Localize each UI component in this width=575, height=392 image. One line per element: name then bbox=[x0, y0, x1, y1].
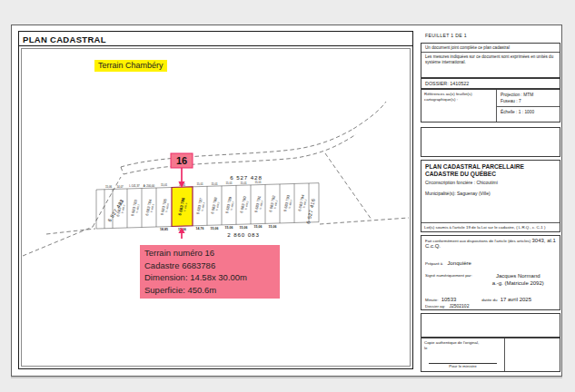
parcel-top-dimension: L:141,37 bbox=[129, 184, 140, 188]
notes-empty-box bbox=[421, 313, 560, 338]
site-highlight-label: Terrain Chambéry bbox=[94, 60, 167, 72]
authentic-copy-cell: Copie authentique de l'original, le Pour… bbox=[421, 338, 505, 371]
parcel-bottom-dimension: 14,76 bbox=[196, 227, 204, 230]
authentic-copy-empty-cell bbox=[505, 338, 560, 371]
prepared-at-row: Préparé à Jonquière bbox=[425, 260, 556, 266]
sheet-number: FEUILLET 1 DE 1 bbox=[425, 33, 467, 38]
parcel-strips: 6 683 782S: 450,26 683 783S: 450,26 683 … bbox=[96, 181, 319, 231]
terrain-cadastre: Cadastre 6683786 bbox=[144, 260, 275, 272]
references-label: Références au(x) feuillet(s) cartographi… bbox=[421, 90, 497, 122]
signed-by-row: Signé numériquement par: Jacques Normand… bbox=[425, 273, 556, 287]
parcel-bottom-dimension: 15,06 bbox=[254, 225, 263, 229]
parcel-top-dimension: 14,07 bbox=[116, 185, 124, 189]
signer-title: a.-g. (Matricule 2092) bbox=[492, 280, 544, 288]
echelle-value: Échelle : 1 : 1000 bbox=[497, 107, 560, 122]
authentic-copy-box: Copie authentique de l'original, le Pour… bbox=[421, 338, 560, 372]
page-title: PLAN CADASTRAL bbox=[19, 32, 412, 46]
viewer-background: PLAN CADASTRAL 6 527 428 2 860 083 bbox=[0, 0, 575, 392]
parcel-top-dimension: 15,01 bbox=[196, 182, 203, 186]
cartographic-references-box: Références au(x) feuillet(s) cartographi… bbox=[421, 89, 560, 122]
dossier-ag-label: Dossier ag: bbox=[425, 304, 445, 309]
dossier-ag-value: J2502102 bbox=[449, 303, 469, 309]
parcel-bottom-dimension: 15,06 bbox=[211, 227, 219, 230]
drawing-frame: PLAN CADASTRAL 6 527 428 2 860 083 bbox=[18, 31, 413, 369]
lot-2860083-label: 2 860 083 bbox=[227, 231, 260, 238]
plan-identification-box: PLAN CADASTRAL PARCELLAIRE CADASTRE DU Q… bbox=[421, 160, 560, 232]
municipalite-row: Municipalité(s): Saguenay (Ville) bbox=[425, 191, 556, 196]
parcel-top-dimension: 15,01 bbox=[161, 183, 168, 187]
plan-parcellaire-title: PLAN CADASTRAL PARCELLAIRE bbox=[425, 163, 556, 171]
lot-6527428-label: 6 527 428 bbox=[230, 174, 263, 181]
cadastral-plan-page: PLAN CADASTRAL 6 527 428 2 860 083 bbox=[11, 24, 562, 377]
boundary-dashed-lines bbox=[23, 102, 409, 256]
parcel-bottom-dimension: 15,06 bbox=[225, 226, 233, 230]
lots-article-note: Lot(s) soumis à l'article 19 de la Loi s… bbox=[421, 222, 560, 231]
fuseau-value: Fuseau : 7 bbox=[501, 98, 556, 104]
terrain-info-box: Terrain numéro 16 Cadastre 6683786 Dimen… bbox=[140, 245, 280, 299]
cadastral-map: 6 527 428 2 860 083 6 527 423 6 527 416 … bbox=[19, 46, 414, 370]
parcel-bottom-dimension: 18,85 bbox=[160, 228, 168, 231]
circonscription-label: Circonscription foncière : bbox=[425, 180, 475, 185]
circonscription-row: Circonscription foncière : Chicoutimi bbox=[425, 180, 556, 185]
dossier-ag-row: Dossier ag: J2502102 bbox=[425, 303, 556, 309]
dossier-value: 1410522 bbox=[450, 81, 469, 86]
note-joint-document: Un document joint complète ce plan cadas… bbox=[421, 44, 560, 53]
parcel-bottom-edge bbox=[96, 222, 319, 229]
signed-by-label: Signé numériquement par: bbox=[425, 273, 472, 287]
minute-value: 10533 bbox=[441, 297, 457, 302]
parcel-bottom-dimension: 15,06 bbox=[269, 225, 277, 229]
minute-date-row: Minute: 10533 datée du 17 avril 2025 bbox=[425, 297, 556, 302]
parcel-top-dimension: A: 200,00 bbox=[144, 184, 155, 188]
cadastre-quebec-title: CADASTRE DU QUÉBEC bbox=[425, 171, 556, 178]
parcel-bottom-dimension: 15,06 bbox=[240, 226, 248, 230]
projection-value: Projection : MTM bbox=[501, 92, 556, 98]
projection-cell: Projection : MTM Fuseau : 7 bbox=[497, 90, 560, 107]
date-label: datée du bbox=[481, 298, 497, 302]
fait-prefix: Fait conformément aux dispositions de l'… bbox=[425, 239, 530, 243]
terrain-number: Terrain numéro 16 bbox=[144, 247, 275, 260]
date-value: 17 avril 2025 bbox=[501, 297, 531, 302]
parcel-top-dimension: 15,01 bbox=[240, 181, 247, 185]
legend-empty-box bbox=[421, 127, 560, 157]
signer-name: Jacques Normand bbox=[492, 273, 544, 280]
municipalite-value: Saguenay (Ville) bbox=[457, 191, 491, 196]
parcel-top-dimension: 15,01 bbox=[225, 181, 233, 185]
minute-label: Minute: bbox=[425, 298, 438, 302]
prepare-label: Préparé à bbox=[425, 261, 442, 266]
circonscription-value: Chicoutimi bbox=[476, 180, 497, 185]
parcel-top-dimension: 15,01 bbox=[211, 182, 218, 186]
dossier-label: DOSSIER: bbox=[425, 81, 449, 86]
callout-lot-number: 16 bbox=[176, 155, 187, 166]
authentic-copy-line2: le bbox=[424, 346, 501, 351]
parcel-top-dimension: 15,06 bbox=[105, 185, 113, 189]
dossier-row: DOSSIER: 1410522 bbox=[421, 78, 560, 89]
certification-box: Fait conformément aux dispositions de l'… bbox=[421, 235, 560, 310]
parcel-top-dimension: 15,01 bbox=[254, 181, 262, 184]
document-notes-box: Un document joint complète ce plan cadas… bbox=[421, 43, 560, 78]
note-measure-units: Les mesures indiquées sur ce document so… bbox=[421, 53, 560, 67]
terrain-dimension: Dimension: 14.58x 30.00m bbox=[144, 271, 275, 284]
fait-conformement-row: Fait conformément aux dispositions de l'… bbox=[425, 239, 556, 249]
terrain-superficie: Superficie: 450.6m bbox=[144, 284, 275, 297]
minister-label: Pour le ministre bbox=[421, 364, 504, 369]
municipalite-label: Municipalité(s): bbox=[425, 191, 456, 196]
prepare-value: Jonquière bbox=[448, 260, 471, 266]
